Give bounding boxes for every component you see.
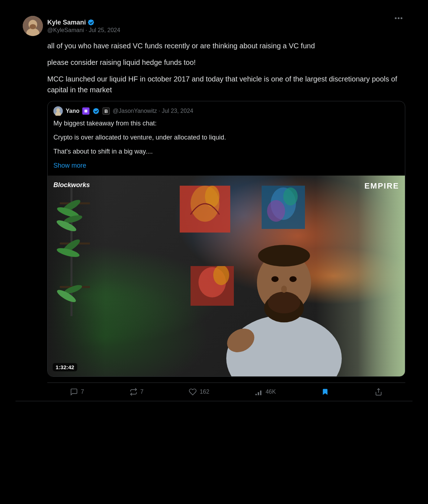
- quoted-tweet-header: Yano B @JasonYanowitz · Jul 23, 2024: [48, 101, 405, 119]
- share-icon: [375, 388, 383, 396]
- quoted-line-1: My biggest takeaway from this chat:: [53, 119, 399, 128]
- plant-area: [48, 176, 105, 376]
- tweet-line-2: please consider raising liquid hedge fun…: [47, 57, 405, 68]
- quoted-line-2: Crypto is over allocated to venture, und…: [53, 133, 399, 142]
- svg-rect-8: [84, 110, 87, 112]
- views-count: 46K: [266, 389, 276, 395]
- views-icon: [255, 388, 263, 396]
- window-light: [358, 176, 405, 376]
- bookmark-action[interactable]: [321, 388, 329, 396]
- badge-purple: [82, 107, 89, 115]
- more-options-button[interactable]: [392, 16, 405, 21]
- tweet-card: Kyle Samani @KyleSamani · Jul 25, 2024: [16, 7, 412, 401]
- badge-blockworks: B: [102, 107, 110, 115]
- svg-rect-42: [258, 392, 259, 395]
- author-name[interactable]: Kyle Samani: [47, 19, 86, 26]
- svg-point-34: [258, 245, 310, 266]
- svg-point-38: [289, 276, 297, 282]
- quoted-author-name: Yano: [66, 108, 79, 114]
- video-label-empire: EMPIRE: [364, 181, 399, 191]
- heart-icon: [189, 388, 197, 396]
- verified-icon: [87, 19, 95, 26]
- svg-point-3: [30, 24, 36, 29]
- quoted-handle-date: @JasonYanowitz · Jul 23, 2024: [113, 108, 193, 114]
- like-count: 162: [200, 389, 209, 395]
- video-duration: 1:32:42: [53, 363, 77, 371]
- retweet-icon: [130, 388, 137, 396]
- quoted-tweet-body: My biggest takeaway from this chat: Cryp…: [48, 119, 405, 176]
- quoted-avatar: [53, 106, 63, 116]
- quoted-line-3: That's about to shift in a big way....: [53, 147, 399, 156]
- tweet-header: Kyle Samani @KyleSamani · Jul 25, 2024: [23, 16, 405, 36]
- views-action[interactable]: 46K: [255, 388, 276, 396]
- comment-count: 7: [81, 389, 84, 395]
- person: [212, 196, 356, 376]
- retweet-count: 7: [140, 389, 144, 395]
- comment-icon: [70, 388, 78, 396]
- author-handle-date: @KyleSamani · Jul 25, 2024: [47, 27, 120, 34]
- video-thumbnail[interactable]: Blockworks EMPIRE 1:32:42: [48, 176, 405, 376]
- show-more-link[interactable]: Show more: [53, 162, 86, 169]
- tweet-author-row: Kyle Samani @KyleSamani · Jul 25, 2024: [23, 16, 120, 36]
- share-action[interactable]: [375, 388, 383, 396]
- like-action[interactable]: 162: [189, 388, 209, 396]
- svg-point-39: [281, 286, 287, 293]
- tweet-body: all of you who have raised VC funds rece…: [47, 40, 405, 95]
- svg-point-36: [268, 292, 300, 313]
- quoted-tweet[interactable]: Yano B @JasonYanowitz · Jul 23, 2024 My …: [47, 101, 405, 377]
- svg-point-37: [271, 276, 279, 282]
- author-name-row: Kyle Samani: [47, 19, 120, 26]
- video-label-blockworks: Blockworks: [53, 181, 90, 189]
- comment-action[interactable]: 7: [70, 388, 84, 396]
- quoted-verified-icon: [92, 107, 100, 115]
- tweet-line-1: all of you who have raised VC funds rece…: [47, 40, 405, 51]
- bookmark-icon: [321, 388, 329, 396]
- svg-rect-43: [260, 390, 262, 395]
- avatar[interactable]: [23, 16, 43, 36]
- video-background: [48, 176, 405, 376]
- author-info: Kyle Samani @KyleSamani · Jul 25, 2024: [47, 19, 120, 34]
- retweet-action[interactable]: 7: [130, 388, 144, 396]
- tweet-line-3: MCC launched our liquid HF in october 20…: [47, 74, 405, 95]
- svg-rect-41: [256, 394, 257, 395]
- tweet-actions: 7 7 162: [47, 383, 405, 401]
